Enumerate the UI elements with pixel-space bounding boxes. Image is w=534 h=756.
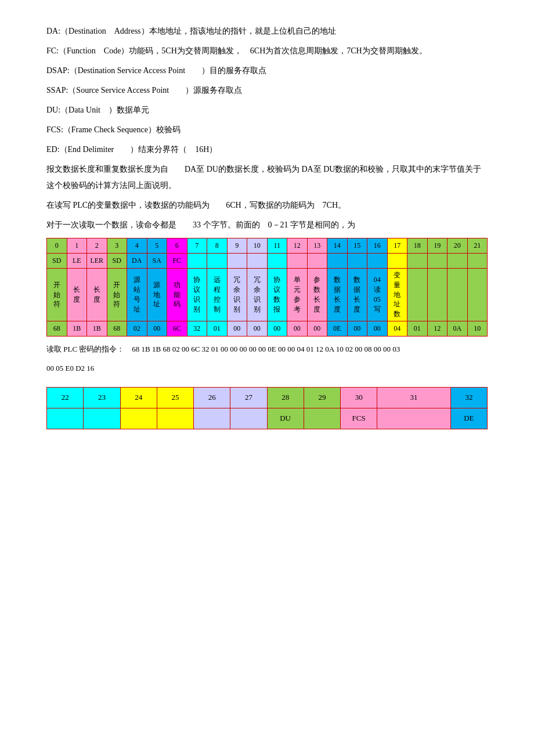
- cell-desc-5: 源地址: [147, 269, 167, 321]
- cell-num-13: 13: [307, 238, 327, 254]
- cell-label-10: [247, 254, 268, 269]
- cell-hex-2: 1B: [87, 321, 107, 336]
- cell-num-4: 4: [127, 238, 147, 254]
- cell-label-9: [227, 254, 247, 269]
- t2-label-du: DU: [267, 408, 304, 429]
- cell-label-16: [367, 254, 388, 269]
- cell-desc-16: 04读05写: [367, 269, 388, 321]
- table-row-numbers: 0 1 2 3 4 5 6 7 8 9 10 11 12 13 14 15 16…: [47, 238, 488, 254]
- t2-label-de: DE: [450, 408, 487, 429]
- cell-label-13: [307, 254, 327, 269]
- cell-desc-2: 长度: [87, 269, 107, 321]
- cell-label-ler: LER: [87, 254, 107, 269]
- cell-label-7: [187, 254, 207, 269]
- cell-hex-20: 0A: [448, 321, 468, 336]
- cell-num-21: 21: [467, 238, 488, 254]
- cell-hex-18: 01: [407, 321, 428, 336]
- cell-desc-0: 开始符: [47, 269, 67, 321]
- cell-label-sd2: SD: [107, 254, 127, 269]
- cell-hex-11: 00: [267, 321, 287, 336]
- table2-row-numbers: 22 23 24 25 26 27 28 29 30 31 32: [47, 387, 488, 408]
- cell-hex-10: 00: [247, 321, 268, 336]
- para-da: DA:（Destination Address）本地地址，指该地址的指针，就是上…: [46, 23, 488, 39]
- cell-num-5: 5: [147, 238, 167, 254]
- cell-hex-13: 00: [307, 321, 327, 336]
- table-row-hex: 68 1B 1B 68 02 00 6C 32 01 00 00 00 00 0…: [47, 321, 488, 336]
- t2-num-29: 29: [304, 387, 340, 408]
- t2-num-28: 28: [267, 387, 304, 408]
- cell-desc-9: 冗余识别: [227, 269, 247, 321]
- cell-desc-21: [467, 269, 488, 321]
- paragraph-block: DA:（Destination Address）本地地址，指该地址的指针，就是上…: [46, 23, 488, 233]
- cell-num-19: 19: [427, 238, 448, 254]
- t2-num-24: 24: [120, 387, 157, 408]
- cell-label-17: [387, 254, 407, 269]
- cell-num-1: 1: [67, 238, 87, 254]
- table2-row-labels: DU FCS DE: [47, 408, 488, 429]
- cell-num-16: 16: [367, 238, 388, 254]
- cell-label-19: [427, 254, 448, 269]
- t2-num-32: 32: [450, 387, 487, 408]
- cell-desc-1: 长度: [67, 269, 87, 321]
- cell-num-8: 8: [207, 238, 228, 254]
- t2-num-27: 27: [230, 387, 267, 408]
- cell-desc-10: 冗余识别: [247, 269, 268, 321]
- cell-label-le: LE: [67, 254, 87, 269]
- cell-label-15: [347, 254, 367, 269]
- secondary-table: 22 23 24 25 26 27 28 29 30 31 32 DU FCS …: [46, 387, 488, 429]
- t2-num-23: 23: [84, 387, 120, 408]
- cell-num-18: 18: [407, 238, 428, 254]
- main-table: 0 1 2 3 4 5 6 7 8 9 10 11 12 13 14 15 16…: [46, 238, 488, 337]
- cell-desc-15: 数据长度: [347, 269, 367, 321]
- cell-hex-16: 00: [367, 321, 388, 336]
- cell-desc-17: 变量地址数: [387, 269, 407, 321]
- cell-label-sd1: SD: [47, 254, 67, 269]
- t2-label-31: [377, 408, 451, 429]
- t2-label-29: [304, 408, 340, 429]
- cell-hex-3: 68: [107, 321, 127, 336]
- cell-num-15: 15: [347, 238, 367, 254]
- t2-label-25: [157, 408, 193, 429]
- cell-desc-11: 协议数报: [267, 269, 287, 321]
- cell-num-2: 2: [87, 238, 107, 254]
- cell-label-18: [407, 254, 428, 269]
- t2-num-30: 30: [341, 387, 377, 408]
- cell-num-14: 14: [327, 238, 348, 254]
- cell-hex-4: 02: [127, 321, 147, 336]
- cell-hex-0: 68: [47, 321, 67, 336]
- cell-hex-7: 32: [187, 321, 207, 336]
- para-desc1: 报文数据长度和重复数据长度为自 DA至 DU的数据长度，校验码为 DA至 DU数…: [46, 161, 488, 194]
- cell-label-fc: FC: [167, 254, 187, 269]
- cell-desc-6: 功能码: [167, 269, 187, 321]
- cell-hex-5: 00: [147, 321, 167, 336]
- cell-desc-19: [427, 269, 448, 321]
- cell-hex-17: 04: [387, 321, 407, 336]
- t2-label-fcs: FCS: [341, 408, 377, 429]
- cell-desc-12: 单元参考: [287, 269, 308, 321]
- cell-num-11: 11: [267, 238, 287, 254]
- t2-num-26: 26: [194, 387, 230, 408]
- cell-num-3: 3: [107, 238, 127, 254]
- t2-label-23: [84, 408, 120, 429]
- cell-desc-14: 数据长度: [327, 269, 348, 321]
- t2-num-25: 25: [157, 387, 193, 408]
- cell-num-10: 10: [247, 238, 268, 254]
- t2-num-31: 31: [377, 387, 451, 408]
- para-fc: FC:（Function Code）功能码，5CH为交替周期触发， 6CH为首次…: [46, 43, 488, 59]
- cell-label-21: [467, 254, 488, 269]
- cell-num-20: 20: [448, 238, 468, 254]
- cell-num-9: 9: [227, 238, 247, 254]
- cell-label-14: [327, 254, 348, 269]
- cell-num-6: 6: [167, 238, 187, 254]
- cell-num-12: 12: [287, 238, 308, 254]
- cell-hex-21: 10: [467, 321, 488, 336]
- cell-label-20: [448, 254, 468, 269]
- t2-num-22: 22: [47, 387, 84, 408]
- para-desc3: 对于一次读取一个数据，读命令都是 33 个字节。前面的 0－21 字节是相同的，…: [46, 217, 488, 233]
- para-fcs: FCS:（Frame Check Sequence）校验码: [46, 122, 488, 138]
- cell-label-da: DA: [127, 254, 147, 269]
- cell-desc-20: [448, 269, 468, 321]
- cell-desc-8: 远程控制: [207, 269, 228, 321]
- t2-label-27: [230, 408, 267, 429]
- cell-desc-18: [407, 269, 428, 321]
